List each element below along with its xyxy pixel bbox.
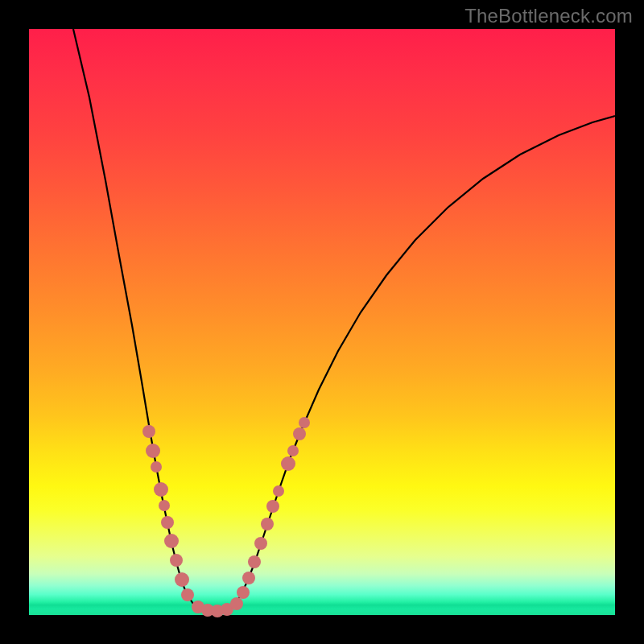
data-marker — [159, 500, 170, 511]
data-marker — [151, 461, 162, 473]
data-marker — [266, 500, 279, 513]
data-marker — [175, 572, 189, 587]
data-marker — [273, 485, 284, 497]
curve-left — [73, 29, 200, 609]
data-marker — [230, 597, 243, 610]
data-marker — [293, 427, 306, 440]
data-marker — [161, 516, 174, 529]
data-marker — [254, 537, 267, 550]
data-marker — [299, 417, 310, 428]
data-marker — [261, 518, 274, 530]
data-marker — [170, 554, 183, 567]
data-marker — [154, 482, 168, 497]
data-marker — [287, 445, 299, 456]
data-marker — [248, 555, 261, 568]
attribution-text: TheBottleneck.com — [464, 5, 633, 27]
data-marker — [242, 572, 255, 584]
data-marker — [146, 444, 160, 458]
data-marker — [164, 534, 179, 548]
chart-frame: TheBottleneck.com — [0, 0, 644, 644]
data-marker — [281, 456, 295, 471]
data-marker — [181, 588, 194, 601]
curve-right — [229, 116, 615, 609]
data-marker — [237, 586, 250, 599]
data-marker — [142, 425, 155, 438]
marker-group — [142, 417, 310, 617]
curve-layer — [29, 29, 615, 615]
plot-area — [29, 29, 615, 615]
